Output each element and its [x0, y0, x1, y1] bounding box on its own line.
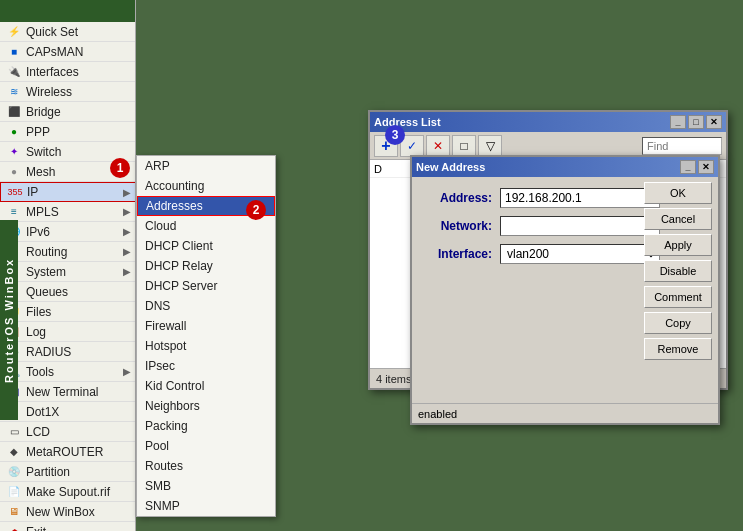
addr-list-close-btn[interactable]: ✕	[706, 115, 722, 129]
context-item-routes[interactable]: Routes	[137, 456, 275, 476]
cancel-button[interactable]: Cancel	[644, 208, 712, 230]
sidebar-label-bridge: Bridge	[26, 105, 131, 119]
delete-btn[interactable]: ✕	[426, 135, 450, 157]
find-input[interactable]	[642, 137, 722, 155]
sidebar-item-dot1x[interactable]: ◈ Dot1X	[0, 402, 135, 422]
sidebar-label-dot1x: Dot1X	[26, 405, 131, 419]
sidebar-item-make-supout[interactable]: 📄 Make Supout.rif	[0, 482, 135, 502]
context-item-packing[interactable]: Packing	[137, 416, 275, 436]
addr-list-maximize-btn[interactable]: □	[688, 115, 704, 129]
make-supout-icon: 📄	[6, 484, 22, 500]
sidebar-item-system[interactable]: ⚙ System ▶	[0, 262, 135, 282]
sidebar-label-interfaces: Interfaces	[26, 65, 131, 79]
system-arrow-icon: ▶	[123, 266, 131, 277]
sidebar-item-quick-set[interactable]: ⚡ Quick Set	[0, 22, 135, 42]
partition-icon: 💿	[6, 464, 22, 480]
context-item-dns[interactable]: DNS	[137, 296, 275, 316]
badge-step-2: 2	[246, 200, 266, 220]
sidebar-label-switch: Switch	[26, 145, 131, 159]
ip-icon: 355	[7, 184, 23, 200]
filter-btn[interactable]: ▽	[478, 135, 502, 157]
sidebar-item-routing[interactable]: ↗ Routing ▶	[0, 242, 135, 262]
sidebar-label-files: Files	[26, 305, 131, 319]
sidebar-label-quick-set: Quick Set	[26, 25, 131, 39]
addr-list-title: Address List	[374, 116, 668, 128]
new-addr-close-btn[interactable]: ✕	[698, 160, 714, 174]
sidebar-item-log[interactable]: 📋 Log	[0, 322, 135, 342]
addr-list-minimize-btn[interactable]: _	[670, 115, 686, 129]
sidebar-label-routing: Routing	[26, 245, 123, 259]
sidebar-label-ppp: PPP	[26, 125, 131, 139]
sidebar-item-tools[interactable]: 🔧 Tools ▶	[0, 362, 135, 382]
sidebar-label-wireless: Wireless	[26, 85, 131, 99]
quick-set-icon: ⚡	[6, 24, 22, 40]
context-item-hotspot[interactable]: Hotspot	[137, 336, 275, 356]
sidebar-item-lcd[interactable]: ▭ LCD	[0, 422, 135, 442]
context-item-pool[interactable]: Pool	[137, 436, 275, 456]
sidebar-item-metarouter[interactable]: ◆ MetaROUTER	[0, 442, 135, 462]
sidebar-item-ppp[interactable]: ● PPP	[0, 122, 135, 142]
sidebar-item-mpls[interactable]: ≡ MPLS ▶	[0, 202, 135, 222]
comment-button[interactable]: Comment	[644, 286, 712, 308]
network-select[interactable]	[500, 216, 660, 236]
sidebar-item-interfaces[interactable]: 🔌 Interfaces	[0, 62, 135, 82]
sidebar-item-wireless[interactable]: ≋ Wireless	[0, 82, 135, 102]
sidebar-label-partition: Partition	[26, 465, 131, 479]
context-item-dhcp-server[interactable]: DHCP Server	[137, 276, 275, 296]
context-item-kid-control[interactable]: Kid Control	[137, 376, 275, 396]
context-item-ipsec[interactable]: IPsec	[137, 356, 275, 376]
mesh-icon: ●	[6, 164, 22, 180]
routing-arrow-icon: ▶	[123, 246, 131, 257]
disable-button[interactable]: Disable	[644, 260, 712, 282]
ok-button[interactable]: OK	[644, 182, 712, 204]
sidebar-item-ip[interactable]: 355 IP ▶	[0, 182, 135, 202]
new-addr-minimize-btn[interactable]: _	[680, 160, 696, 174]
addr-list-titlebar: Address List _ □ ✕	[370, 112, 726, 132]
sidebar-item-queues[interactable]: ▶ Queues	[0, 282, 135, 302]
winbox-label: RouterOS WinBox	[0, 220, 18, 420]
copy-btn[interactable]: □	[452, 135, 476, 157]
sidebar-item-bridge[interactable]: ⬛ Bridge	[0, 102, 135, 122]
new-addr-title: New Address	[416, 161, 485, 173]
sidebar-item-new-winbox[interactable]: 🖥 New WinBox	[0, 502, 135, 522]
sidebar-item-new-terminal[interactable]: ▣ New Terminal	[0, 382, 135, 402]
context-item-dhcp-relay[interactable]: DHCP Relay	[137, 256, 275, 276]
sidebar-label-queues: Queues	[26, 285, 131, 299]
interface-label: Interface:	[420, 247, 500, 261]
context-item-firewall[interactable]: Firewall	[137, 316, 275, 336]
sidebar-item-radius[interactable]: ◉ RADIUS	[0, 342, 135, 362]
network-label: Network:	[420, 219, 500, 233]
sidebar-item-ipv6[interactable]: 🌐 IPv6 ▶	[0, 222, 135, 242]
apply-button[interactable]: Apply	[644, 234, 712, 256]
new-address-dialog: New Address _ ✕ Address: Network: Interf…	[410, 155, 720, 425]
context-item-accounting[interactable]: Accounting	[137, 176, 275, 196]
sidebar-label-mpls: MPLS	[26, 205, 123, 219]
metarouter-icon: ◆	[6, 444, 22, 460]
copy-button[interactable]: Copy	[644, 312, 712, 334]
sidebar-label-lcd: LCD	[26, 425, 131, 439]
sidebar-item-capsman[interactable]: ■ CAPsMAN	[0, 42, 135, 62]
sidebar-item-partition[interactable]: 💿 Partition	[0, 462, 135, 482]
sidebar-label-exit: Exit	[26, 525, 131, 532]
sidebar-label-new-terminal: New Terminal	[26, 385, 131, 399]
context-item-arp[interactable]: ARP	[137, 156, 275, 176]
context-item-smb[interactable]: SMB	[137, 476, 275, 496]
lcd-icon: ▭	[6, 424, 22, 440]
sidebar-item-files[interactable]: 📁 Files	[0, 302, 135, 322]
context-item-neighbors[interactable]: Neighbors	[137, 396, 275, 416]
sidebar-label-ipv6: IPv6	[26, 225, 123, 239]
context-item-dhcp-client[interactable]: DHCP Client	[137, 236, 275, 256]
tools-arrow-icon: ▶	[123, 366, 131, 377]
wireless-icon: ≋	[6, 84, 22, 100]
new-addr-titlebar: New Address _ ✕	[412, 157, 718, 177]
address-input[interactable]	[500, 188, 660, 208]
sidebar-label-make-supout: Make Supout.rif	[26, 485, 131, 499]
remove-button[interactable]: Remove	[644, 338, 712, 360]
dialog-buttons: OK Cancel Apply Disable Comment Copy Rem…	[644, 182, 712, 360]
mpls-arrow-icon: ▶	[123, 206, 131, 217]
exit-icon: ⏏	[6, 524, 22, 532]
context-item-snmp[interactable]: SNMP	[137, 496, 275, 516]
interface-select[interactable]: vlan200	[500, 244, 660, 264]
bridge-icon: ⬛	[6, 104, 22, 120]
sidebar-item-exit[interactable]: ⏏ Exit	[0, 522, 135, 531]
